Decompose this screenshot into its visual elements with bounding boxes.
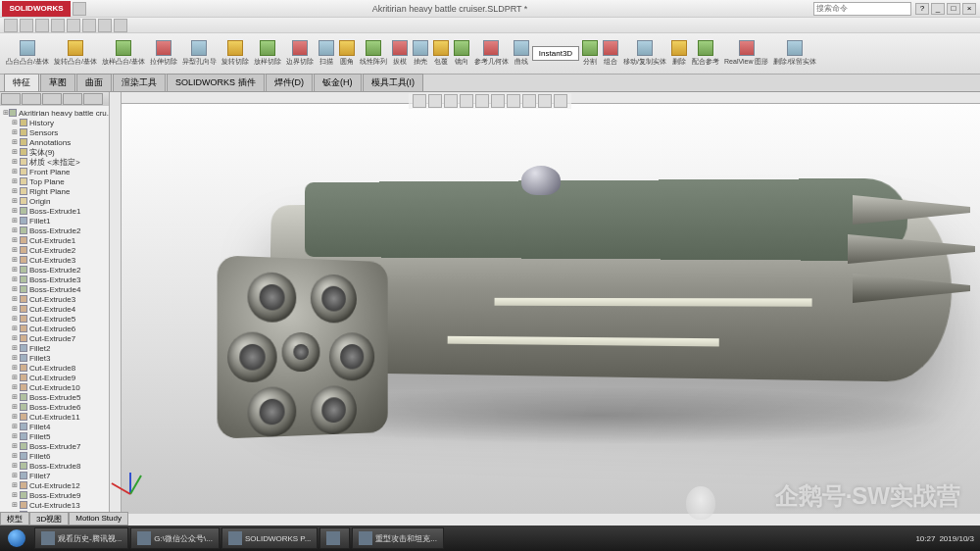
- expand-icon[interactable]: ⊞: [12, 334, 20, 342]
- redo-icon[interactable]: [82, 19, 96, 32]
- expand-icon[interactable]: ⊞: [12, 393, 20, 401]
- tab-曲面[interactable]: 曲面: [76, 74, 112, 91]
- property-tab[interactable]: [22, 93, 41, 105]
- ribbon-拉伸切除[interactable]: 拉伸切除: [148, 39, 179, 68]
- tab-钣金(H)[interactable]: 钣金(H): [314, 74, 362, 91]
- ribbon-镜向[interactable]: 镜向: [452, 39, 471, 68]
- tree-item-Cut-Extrude4[interactable]: ⊞Cut-Extrude4: [2, 304, 107, 314]
- tree-item-Boss-Extrude4[interactable]: ⊞Boss-Extrude4: [2, 284, 107, 294]
- bottom-tab-Motion Study[interactable]: Motion Study: [69, 512, 128, 526]
- tree-item-Boss-Extrude7[interactable]: ⊞Boss-Extrude7: [2, 441, 107, 451]
- tab-焊件(D)[interactable]: 焊件(D): [266, 74, 314, 91]
- ribbon-参考几何体[interactable]: 参考几何体: [472, 39, 511, 68]
- expand-icon[interactable]: ⊞: [12, 305, 20, 313]
- expand-icon[interactable]: ⊞: [12, 432, 20, 440]
- ribbon-旋转凸台/基体[interactable]: 旋转凸台/基体: [52, 39, 99, 68]
- tree-item-Boss-Extrude1[interactable]: ⊞Boss-Extrude1: [2, 206, 107, 216]
- apply-scene-icon[interactable]: [538, 94, 552, 108]
- ribbon-分割[interactable]: 分割: [580, 39, 600, 68]
- ribbon-线性阵列[interactable]: 线性阵列: [358, 39, 389, 68]
- tree-item-Sensors[interactable]: ⊞Sensors: [2, 127, 107, 137]
- rebuild-icon[interactable]: [98, 19, 112, 32]
- expand-icon[interactable]: ⊞: [12, 128, 20, 136]
- expand-icon[interactable]: ⊞: [12, 168, 20, 175]
- expand-icon[interactable]: ⊞: [12, 177, 20, 185]
- expand-icon[interactable]: ⊞: [12, 491, 20, 499]
- expand-icon[interactable]: ⊞: [12, 138, 20, 146]
- tab-SOLIDWORKS 插件[interactable]: SOLIDWORKS 插件: [167, 74, 265, 91]
- expand-icon[interactable]: ⊞: [12, 246, 20, 254]
- ribbon-抽壳[interactable]: 抽壳: [411, 39, 430, 68]
- tree-item-Cut-Extrude5[interactable]: ⊞Cut-Extrude5: [2, 314, 107, 324]
- tree-item-Fillet7[interactable]: ⊞Fillet7: [2, 471, 107, 480]
- bottom-tab-模型[interactable]: 模型: [0, 512, 29, 526]
- edit-appearance-icon[interactable]: [522, 94, 536, 108]
- ribbon-凸台凸台/基体[interactable]: 凸台凸台/基体: [4, 39, 51, 68]
- taskbar-item[interactable]: SOLIDWORKS P...: [221, 527, 318, 549]
- expand-icon[interactable]: ⊞: [12, 325, 20, 332]
- tree-item-材质 <未指定>[interactable]: ⊞材质 <未指定>: [2, 157, 107, 167]
- tree-item-Cut-Extrude1[interactable]: ⊞Cut-Extrude1: [2, 235, 107, 245]
- expand-icon[interactable]: ⊞: [12, 452, 20, 460]
- previous-view-icon[interactable]: [444, 94, 458, 108]
- save-icon[interactable]: [35, 19, 49, 32]
- open-icon[interactable]: [20, 19, 33, 32]
- view-settings-icon[interactable]: [554, 94, 567, 108]
- tree-item-Cut-Extrude3[interactable]: ⊞Cut-Extrude3: [2, 255, 107, 265]
- close-button[interactable]: ×: [962, 3, 976, 15]
- expand-icon[interactable]: ⊞: [12, 472, 20, 479]
- tree-item-Top Plane[interactable]: ⊞Top Plane: [2, 176, 107, 186]
- expand-icon[interactable]: ⊞: [12, 413, 20, 421]
- expand-icon[interactable]: ⊞: [12, 207, 20, 215]
- expand-icon[interactable]: ⊞: [12, 501, 20, 509]
- system-tray[interactable]: 10:27 2019/10/3: [909, 534, 980, 543]
- tree-item-Boss-Extrude6[interactable]: ⊞Boss-Extrude6: [2, 402, 107, 412]
- tree-item-Cut-Extrude13[interactable]: ⊞Cut-Extrude13: [2, 500, 107, 510]
- start-button[interactable]: [0, 526, 33, 551]
- expand-icon[interactable]: ⊞: [12, 256, 20, 264]
- ribbon-删除[interactable]: 删除: [669, 39, 689, 68]
- ribbon-放样切除[interactable]: 放样切除: [252, 39, 283, 68]
- ribbon-移动/复制实体[interactable]: 移动/复制实体: [621, 39, 668, 68]
- tab-特征[interactable]: 特征: [4, 74, 39, 91]
- taskbar-item[interactable]: 观看历史-腾讯视...: [34, 527, 128, 549]
- expand-icon[interactable]: ⊞: [12, 315, 20, 323]
- menu-icon[interactable]: [73, 2, 86, 16]
- feature-tree-tab[interactable]: [1, 93, 21, 105]
- taskbar-item[interactable]: G:\微信公众号\...: [130, 527, 220, 549]
- section-view-icon[interactable]: [460, 94, 473, 108]
- tree-item-Cut-Extrude7[interactable]: ⊞Cut-Extrude7: [2, 333, 107, 343]
- expand-icon[interactable]: ⊞: [12, 187, 20, 195]
- taskbar-item[interactable]: [319, 527, 350, 549]
- expand-icon[interactable]: ⊞: [12, 344, 20, 352]
- ribbon-包覆[interactable]: 包覆: [431, 39, 451, 68]
- expand-icon[interactable]: ⊞: [12, 197, 20, 205]
- expand-icon[interactable]: ⊞: [12, 442, 20, 450]
- orientation-triad[interactable]: [129, 465, 159, 494]
- search-input[interactable]: [813, 2, 911, 16]
- expand-icon[interactable]: ⊞: [12, 226, 20, 234]
- expand-icon[interactable]: ⊞: [12, 462, 20, 470]
- minimize-button[interactable]: _: [931, 3, 945, 15]
- tree-item-Front Plane[interactable]: ⊞Front Plane: [2, 167, 107, 176]
- tree-item-Fillet1[interactable]: ⊞Fillet1: [2, 216, 107, 225]
- tree-item-Cut-Extrude10[interactable]: ⊞Cut-Extrude10: [2, 382, 107, 392]
- new-icon[interactable]: [4, 19, 18, 32]
- ribbon-配合参考[interactable]: 配合参考: [690, 39, 721, 68]
- expand-icon[interactable]: ⊞: [12, 276, 20, 283]
- display-style-icon[interactable]: [491, 94, 505, 108]
- taskbar-item[interactable]: 重型攻击和坦克...: [352, 527, 444, 549]
- tree-item-Fillet6[interactable]: ⊞Fillet6: [2, 451, 107, 461]
- zoom-area-icon[interactable]: [428, 94, 442, 108]
- tree-item-Fillet5[interactable]: ⊞Fillet5: [2, 431, 107, 441]
- tree-item-Cut-Extrude2[interactable]: ⊞Cut-Extrude2: [2, 245, 107, 255]
- tree-item-Cut-Extrude12[interactable]: ⊞Cut-Extrude12: [2, 480, 107, 490]
- expand-icon[interactable]: ⊞: [12, 354, 20, 362]
- ribbon-曲线[interactable]: 曲线: [512, 39, 531, 68]
- tree-item-Cut-Extrude6[interactable]: ⊞Cut-Extrude6: [2, 324, 107, 333]
- expand-icon[interactable]: ⊞: [12, 295, 20, 303]
- ribbon-放样凸台/基体[interactable]: 放样凸台/基体: [100, 39, 147, 68]
- ribbon-拔模[interactable]: 拔模: [390, 39, 410, 68]
- tab-草图[interactable]: 草图: [40, 74, 75, 91]
- tree-item-Fillet3[interactable]: ⊞Fillet3: [2, 353, 107, 363]
